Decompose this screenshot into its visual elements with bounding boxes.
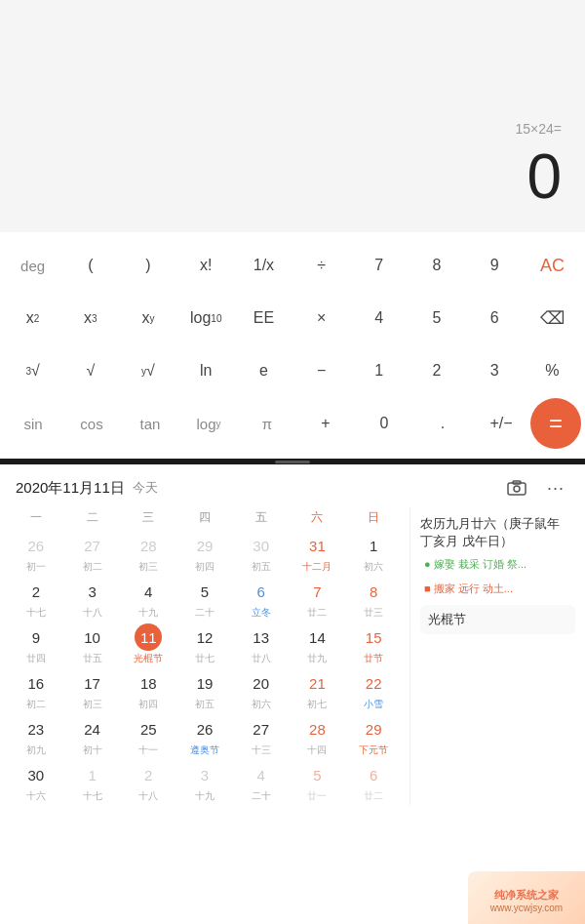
cal-cell-19[interactable]: 19初五: [176, 667, 233, 713]
btn-plusminus[interactable]: +/−: [472, 398, 530, 449]
btn-ee[interactable]: EE: [235, 293, 292, 343]
btn-0[interactable]: 0: [355, 398, 413, 449]
cal-cell-13[interactable]: 13廿八: [233, 622, 290, 667]
calculator-section: 15×24= 0 deg ( ) x! 1/x ÷ 7 8 9 AC x2 x3…: [0, 0, 585, 459]
btn-sqrt[interactable]: √: [61, 345, 119, 396]
btn-pi[interactable]: π: [238, 398, 296, 449]
btn-backspace[interactable]: ⌫: [524, 293, 581, 343]
btn-logy[interactable]: logy: [179, 398, 238, 449]
cal-cell-28-oct[interactable]: 28初三: [120, 530, 176, 576]
btn-yroot[interactable]: y√: [119, 345, 176, 396]
btn-4[interactable]: 4: [350, 293, 408, 343]
cal-cell-18[interactable]: 18初四: [120, 667, 176, 713]
cal-cell-5[interactable]: 5二十: [176, 576, 233, 622]
cal-cell-25[interactable]: 25十一: [120, 713, 176, 759]
btn-5[interactable]: 5: [408, 293, 465, 343]
wd-sat: 六: [290, 507, 346, 528]
cal-cell-5-dec[interactable]: 5廿一: [290, 759, 346, 805]
btn-open-paren[interactable]: (: [61, 240, 119, 291]
cal-cell-16[interactable]: 16初二: [8, 667, 64, 713]
btn-reciprocal[interactable]: 1/x: [235, 240, 292, 291]
calendar-today-badge: 今天: [133, 479, 158, 497]
watermark: 纯净系统之家 www.ycwjsy.com: [468, 871, 585, 924]
calc-current: 0: [526, 141, 562, 213]
btn-add[interactable]: +: [296, 398, 355, 449]
cal-cell-28[interactable]: 28十四: [290, 713, 346, 759]
wd-wed: 三: [120, 507, 176, 528]
btn-tan[interactable]: tan: [121, 398, 179, 449]
btn-subtract[interactable]: −: [292, 345, 350, 396]
btn-9[interactable]: 9: [466, 240, 524, 291]
btn-percent[interactable]: %: [524, 345, 581, 396]
cal-cell-29[interactable]: 29下元节: [345, 713, 402, 759]
cal-cell-2-dec[interactable]: 2十八: [120, 759, 176, 805]
calculator-buttons: deg ( ) x! 1/x ÷ 7 8 9 AC x2 x3 xy log10…: [0, 232, 585, 459]
btn-3[interactable]: 3: [466, 345, 524, 396]
btn-log10[interactable]: log10: [177, 293, 235, 343]
cal-cell-29-oct[interactable]: 29初四: [176, 530, 233, 576]
cal-cell-1[interactable]: 1初六: [345, 530, 402, 576]
cal-cell-4[interactable]: 4十九: [120, 576, 176, 622]
cal-cell-27[interactable]: 27十三: [233, 713, 290, 759]
cal-cell-8[interactable]: 8廿三: [345, 576, 402, 622]
calc-row-3: 3√ √ y√ ln e − 1 2 3 %: [4, 345, 581, 396]
cal-cell-26[interactable]: 26遵奥节: [176, 713, 233, 759]
cal-cell-14[interactable]: 14廿九: [290, 622, 346, 667]
cal-cell-6[interactable]: 6立冬: [233, 576, 290, 622]
cal-lunar-info: 农历九月廿六（庚子鼠年 丁亥月 戊午日）: [420, 515, 575, 550]
cal-cell-7[interactable]: 7廿二: [290, 576, 346, 622]
btn-7[interactable]: 7: [350, 240, 408, 291]
btn-x3[interactable]: x3: [61, 293, 119, 343]
btn-deg[interactable]: deg: [4, 240, 61, 291]
btn-cos[interactable]: cos: [62, 398, 121, 449]
calendar-more-icon[interactable]: ···: [542, 474, 569, 502]
cal-cell-31-oct[interactable]: 31十二月: [290, 530, 346, 576]
cal-cell-22[interactable]: 22小雪: [345, 667, 402, 713]
btn-1[interactable]: 1: [350, 345, 408, 396]
btn-equals[interactable]: =: [530, 398, 581, 449]
cal-cell-3[interactable]: 3十八: [64, 576, 121, 622]
cal-bad-tags: ■ 搬家 远行 动土...: [420, 581, 575, 597]
btn-divide[interactable]: ÷: [292, 240, 350, 291]
cal-cell-24[interactable]: 24初十: [64, 713, 121, 759]
btn-2[interactable]: 2: [408, 345, 465, 396]
calc-row-2: x2 x3 xy log10 EE × 4 5 6 ⌫: [4, 293, 581, 343]
btn-x2[interactable]: x2: [4, 293, 61, 343]
cal-cell-17[interactable]: 17初三: [64, 667, 121, 713]
btn-6[interactable]: 6: [466, 293, 524, 343]
btn-cbrt[interactable]: 3√: [4, 345, 61, 396]
cal-cell-27-oct[interactable]: 27初二: [64, 530, 121, 576]
cal-cell-3-dec[interactable]: 3十九: [176, 759, 233, 805]
cal-cell-6-dec[interactable]: 6廿二: [345, 759, 402, 805]
btn-ac[interactable]: AC: [524, 240, 581, 291]
calendar-camera-icon[interactable]: [503, 474, 530, 502]
home-indicator: [275, 461, 310, 463]
btn-8[interactable]: 8: [408, 240, 465, 291]
btn-e[interactable]: e: [235, 345, 292, 396]
cal-cell-2[interactable]: 2十七: [8, 576, 64, 622]
cal-cell-30[interactable]: 30十六: [8, 759, 64, 805]
cal-cell-26-oct[interactable]: 26初一: [8, 530, 64, 576]
cal-cell-11-today[interactable]: 11光棍节: [120, 622, 176, 667]
cal-event-item: 光棍节: [420, 605, 575, 634]
btn-factorial[interactable]: x!: [177, 240, 235, 291]
cal-cell-21[interactable]: 21初七: [290, 667, 346, 713]
btn-dot[interactable]: .: [413, 398, 472, 449]
cal-cell-1-dec[interactable]: 1十七: [64, 759, 121, 805]
calendar-grid: 26初一 27初二 28初三 29初四 30初五 31十二月 1初六 2十七 3…: [8, 530, 402, 805]
cal-cell-4-dec[interactable]: 4二十: [233, 759, 290, 805]
btn-multiply[interactable]: ×: [292, 293, 350, 343]
btn-xy[interactable]: xy: [119, 293, 176, 343]
cal-cell-30-oct[interactable]: 30初五: [233, 530, 290, 576]
cal-cell-12[interactable]: 12廿七: [176, 622, 233, 667]
btn-sin[interactable]: sin: [4, 398, 62, 449]
cal-cell-20[interactable]: 20初六: [233, 667, 290, 713]
calculator-display: 15×24= 0: [0, 0, 585, 232]
cal-cell-9[interactable]: 9廿四: [8, 622, 64, 667]
cal-cell-15[interactable]: 15廿节: [345, 622, 402, 667]
btn-close-paren[interactable]: ): [119, 240, 176, 291]
btn-ln[interactable]: ln: [177, 345, 235, 396]
wd-sun: 日: [345, 507, 402, 528]
cal-cell-23[interactable]: 23初九: [8, 713, 64, 759]
cal-cell-10[interactable]: 10廿五: [64, 622, 121, 667]
